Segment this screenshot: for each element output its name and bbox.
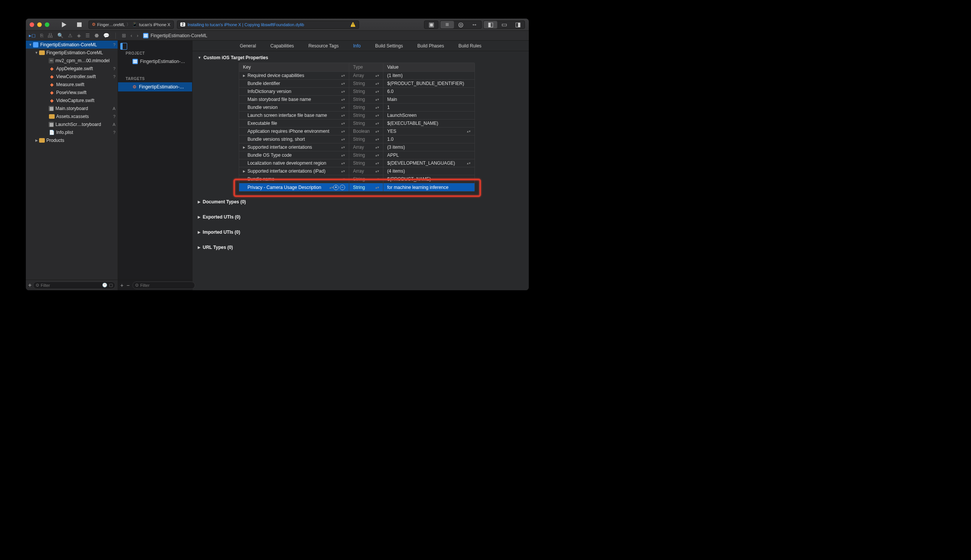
type-stepper-icon[interactable]: ▴▾ [375, 90, 379, 93]
editor-tab-info[interactable]: Info [353, 43, 360, 48]
toggle-inspector-button[interactable]: ◨ [511, 21, 525, 28]
plist-row[interactable]: Main storyboard file base name▴▾String▴▾… [239, 96, 474, 103]
type-stepper-icon[interactable]: ▴▾ [375, 138, 379, 140]
key-stepper-icon[interactable]: ▴▾ [341, 114, 345, 117]
toggle-navigator-button[interactable]: ◧ [484, 21, 497, 28]
plist-row[interactable]: Bundle version▴▾String▴▾1 [239, 103, 474, 112]
plist-row[interactable]: ▶Supported interface orientations▴▾Array… [239, 143, 474, 152]
plist-row[interactable]: Localization native development region▴▾… [239, 159, 474, 167]
file-row[interactable]: ◆ViewController.swift? [26, 72, 118, 80]
file-row[interactable]: ▦LaunchScr…toryboardA [26, 120, 118, 128]
library-button[interactable]: ▣ [424, 21, 438, 28]
close-window-button[interactable] [30, 22, 34, 27]
key-stepper-icon[interactable]: ▴▾ [341, 122, 345, 125]
type-stepper-icon[interactable]: ▴▾ [375, 114, 379, 117]
plist-row[interactable]: Bundle identifier▴▾String▴▾$(PRODUCT_BUN… [239, 80, 474, 88]
plist-header-value[interactable]: Value [384, 63, 474, 71]
targets-filter[interactable]: ⊙ [132, 282, 195, 289]
key-stepper-icon[interactable]: ▴▾ [341, 90, 345, 93]
toggle-targets-panel-button[interactable] [120, 43, 127, 50]
plist-row[interactable]: Application requires iPhone environment▴… [239, 127, 474, 135]
editor-tab-build-phases[interactable]: Build Phases [417, 43, 444, 48]
products-row[interactable]: ▶ Products [26, 136, 118, 144]
type-stepper-icon[interactable]: ▴▾ [375, 106, 379, 108]
plist-row[interactable]: ▶Supported interface orientations (iPad)… [239, 167, 474, 175]
issue-navigator-icon[interactable]: ⚠ [68, 33, 72, 38]
key-stepper-icon[interactable]: ▴▾ [341, 178, 345, 180]
group-row[interactable]: ▼ FingertipEstimation-CoreML [26, 48, 118, 57]
file-row[interactable]: ◆AppDelegate.swift? [26, 65, 118, 72]
file-row[interactable]: 📄Info.plist? [26, 128, 118, 136]
section-header-doctypes[interactable]: ▶ Document Types (0) [198, 199, 524, 205]
key-stepper-icon[interactable]: ▴▾ [341, 162, 345, 164]
scheme-selector[interactable]: ⚙ Finger…oreML 〉 📱 tucan's iPhone X [88, 20, 174, 29]
key-stepper-icon[interactable]: ▴▾ [341, 130, 345, 132]
source-control-navigator-icon[interactable]: ⎘ [40, 33, 43, 38]
navigator-filter[interactable]: ⊙ 🕑 ▢ [33, 282, 115, 289]
add-target-button[interactable]: + [120, 282, 123, 288]
report-navigator-icon[interactable]: 💬 [103, 33, 109, 38]
type-stepper-icon[interactable]: ▴▾ [375, 154, 379, 156]
type-stepper-icon[interactable]: ▴▾ [375, 162, 379, 164]
editor-tab-build-settings[interactable]: Build Settings [375, 43, 403, 48]
type-stepper-icon[interactable]: ▴▾ [375, 122, 379, 125]
section-header-exported-utis[interactable]: ▶ Exported UTIs (0) [198, 214, 524, 220]
standard-editor-button[interactable]: ≡ [440, 21, 454, 28]
key-stepper-icon[interactable]: ▴▾ [341, 170, 345, 172]
plist-row[interactable]: Bundle OS Type code▴▾String▴▾APPL [239, 152, 474, 159]
type-stepper-icon[interactable]: ▴▾ [375, 178, 379, 180]
debug-navigator-icon[interactable]: ☰ [85, 33, 90, 38]
plist-row[interactable]: InfoDictionary version▴▾String▴▾6.0 [239, 88, 474, 96]
project-root-row[interactable]: ▼ FingertipEstimation-CoreML ? [26, 41, 118, 48]
type-stepper-icon[interactable]: ▴▾ [375, 130, 379, 132]
project-row[interactable]: FingertipEstimation-… [118, 57, 192, 66]
assistant-editor-button[interactable]: ◎ [454, 21, 468, 28]
add-remove-buttons[interactable]: +− [333, 185, 345, 190]
type-stepper-icon[interactable]: ▴▾ [375, 74, 379, 77]
key-stepper-icon[interactable]: ▴▾ [341, 138, 345, 140]
file-row[interactable]: Assets.xcassets? [26, 112, 118, 120]
plist-row[interactable]: Privacy - Camera Usage Description▴▾+−St… [239, 183, 474, 191]
section-header-custom[interactable]: ▼ Custom iOS Target Properties [198, 55, 524, 60]
type-stepper-icon[interactable]: ▴▾ [375, 170, 379, 172]
editor-tab-general[interactable]: General [240, 43, 256, 48]
add-button[interactable]: + [28, 282, 32, 289]
plist-row[interactable]: Launch screen interface file base name▴▾… [239, 112, 474, 120]
run-button[interactable] [58, 21, 70, 28]
file-row[interactable]: ◆Measure.swift [26, 80, 118, 88]
navigator-filter-input[interactable] [41, 283, 100, 288]
key-stepper-icon[interactable]: ▴▾ [341, 146, 345, 148]
breakpoint-navigator-icon[interactable]: ⬣ [95, 33, 99, 38]
find-navigator-icon[interactable]: 🔍 [57, 33, 63, 38]
related-items-icon[interactable]: ⊞ [122, 33, 126, 38]
section-header-url-types[interactable]: ▶ URL Types (0) [198, 245, 524, 250]
editor-tab-capabilities[interactable]: Capabilities [270, 43, 294, 48]
file-row[interactable]: ◆VideoCapture.swift [26, 97, 118, 104]
editor-tab-build-rules[interactable]: Build Rules [459, 43, 482, 48]
key-stepper-icon[interactable]: ▴▾ [329, 186, 333, 188]
plist-row[interactable]: Bundle versions string, short▴▾String▴▾1… [239, 135, 474, 143]
jump-bar[interactable]: FingertipEstimation-CoreML [143, 33, 207, 38]
value-stepper-icon[interactable]: ▴▾ [467, 130, 471, 132]
key-stepper-icon[interactable]: ▴▾ [341, 106, 345, 108]
version-editor-button[interactable]: ↔ [468, 21, 481, 28]
targets-filter-input[interactable] [140, 283, 192, 288]
key-stepper-icon[interactable]: ▴▾ [341, 82, 345, 85]
type-stepper-icon[interactable]: ▴▾ [375, 82, 379, 85]
symbol-navigator-icon[interactable]: 品 [48, 32, 53, 39]
key-stepper-icon[interactable]: ▴▾ [341, 98, 345, 100]
key-stepper-icon[interactable]: ▴▾ [341, 74, 345, 77]
plist-row[interactable]: ▶Required device capabilities▴▾Array▴▾(1… [239, 72, 474, 80]
type-stepper-icon[interactable]: ▴▾ [375, 146, 379, 148]
section-header-imported-utis[interactable]: ▶ Imported UTIs (0) [198, 230, 524, 235]
file-row[interactable]: ◆PoseView.swift [26, 88, 118, 97]
type-stepper-icon[interactable]: ▴▾ [375, 186, 379, 188]
editor-tab-resource-tags[interactable]: Resource Tags [308, 43, 339, 48]
type-stepper-icon[interactable]: ▴▾ [375, 98, 379, 100]
plist-header-key[interactable]: Key [239, 63, 349, 71]
value-stepper-icon[interactable]: ▴▾ [467, 162, 471, 164]
minimize-window-button[interactable] [37, 22, 42, 27]
file-row[interactable]: mmv2_cpm_m…00.mlmodel [26, 57, 118, 65]
recent-filter-icon[interactable]: 🕑 [102, 283, 107, 288]
plist-row[interactable]: Bundle name▴▾String▴▾$(PRODUCT_NAME) [239, 175, 474, 183]
